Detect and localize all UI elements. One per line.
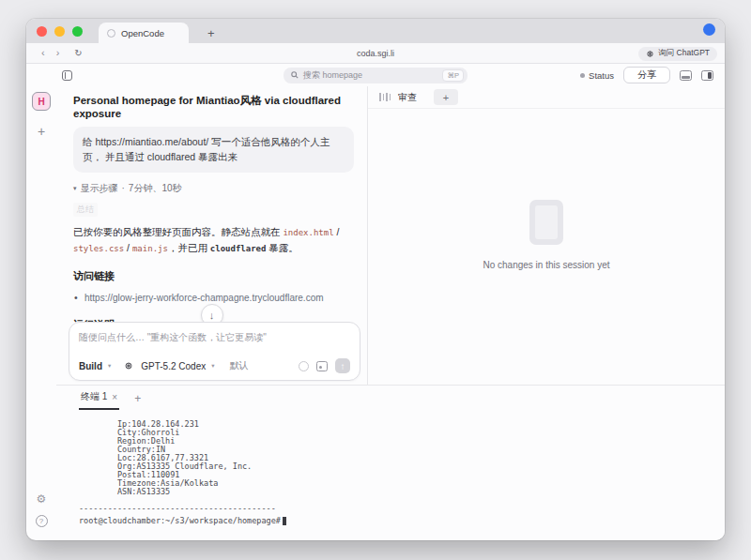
chat-panel: Personal homepage for Miantiao风格 via clo… bbox=[56, 86, 368, 385]
chat-scroll-area[interactable]: Personal homepage for Miantiao风格 via clo… bbox=[56, 86, 367, 323]
chevron-down-icon: ▾ bbox=[108, 362, 111, 370]
user-message: 给 https://miantiao.me/about/ 写一个适合他风格的个人… bbox=[73, 127, 354, 173]
steps-caret-icon: ▾ bbox=[73, 185, 77, 192]
summary-badge: 总结 bbox=[73, 203, 98, 217]
send-button[interactable]: ↑ bbox=[335, 358, 350, 373]
steps-label: 显示步骤 bbox=[81, 182, 118, 195]
tab-title: OpenCode bbox=[121, 28, 164, 38]
traffic-lights bbox=[26, 19, 92, 43]
attach-image-icon[interactable] bbox=[316, 361, 328, 371]
terminal-panel: 终端 1 × + Ip:104.28.164.231 City:Ghorroli… bbox=[56, 385, 725, 540]
url-text[interactable]: coda.sgi.li bbox=[26, 49, 725, 58]
toolbar-right-controls: Status 分享 bbox=[580, 67, 725, 83]
composer-placeholder[interactable]: 随便问点什么… "重构这个函数，让它更易读" bbox=[79, 331, 350, 344]
browser-tab-opencode[interactable]: OpenCode bbox=[99, 23, 189, 43]
status-indicator[interactable]: Status bbox=[580, 70, 614, 81]
ask-chatgpt-button[interactable]: 询问 ChatGPT bbox=[638, 47, 717, 61]
terminal-cursor bbox=[283, 517, 286, 525]
ask-chatgpt-label: 询问 ChatGPT bbox=[658, 48, 710, 59]
browser-window: OpenCode + ‹ › ↻ coda.sgi.li 询问 ChatGPT … bbox=[26, 19, 725, 540]
new-tab-button[interactable]: + bbox=[202, 23, 221, 43]
mode-dropdown[interactable]: Build bbox=[79, 361, 102, 371]
settings-gear-icon[interactable]: ⚙ bbox=[37, 492, 47, 506]
steps-duration: 7分钟、10秒 bbox=[129, 182, 182, 195]
terminal-tabbar: 终端 1 × + bbox=[79, 386, 725, 410]
inline-code: index.html bbox=[283, 228, 333, 237]
message-composer[interactable]: 随便问点什么… "重构这个函数，让它更易读" Build ▾ GPT-5.2 C… bbox=[69, 322, 360, 381]
empty-document-icon bbox=[529, 200, 563, 245]
terminal-tab-1[interactable]: 终端 1 × bbox=[79, 386, 119, 410]
show-steps-toggle[interactable]: ▾ 显示步骤 · 7分钟、10秒 bbox=[73, 182, 354, 195]
add-terminal-button[interactable]: + bbox=[134, 392, 141, 410]
inline-code: cloudflared bbox=[210, 244, 267, 253]
steps-separator: · bbox=[122, 183, 125, 193]
tab-favicon-icon bbox=[107, 29, 115, 38]
composer-icon-group: ↑ bbox=[299, 358, 350, 373]
composer-controls: Build ▾ GPT-5.2 Codex ▾ 默认 bbox=[79, 358, 350, 373]
inline-code: styles.css bbox=[73, 244, 124, 253]
review-empty-state: No changes in this session yet bbox=[368, 84, 725, 385]
answer-text: / bbox=[124, 242, 132, 253]
preset-label[interactable]: 默认 bbox=[229, 359, 248, 372]
tunnel-link[interactable]: https://glow-jerry-workforce-champagne.t… bbox=[84, 293, 324, 303]
reload-button[interactable]: ↻ bbox=[69, 48, 87, 58]
search-input[interactable]: 搜索 homepage ⌘P bbox=[284, 68, 467, 83]
answer-text: ，并已用 bbox=[168, 242, 210, 253]
back-button[interactable]: ‹ bbox=[36, 48, 51, 58]
workspace-badge[interactable]: H bbox=[32, 92, 51, 111]
answer-text: 暴露。 bbox=[266, 242, 298, 253]
minimize-window-button[interactable] bbox=[54, 26, 65, 37]
app-toolbar: 搜索 homepage ⌘P Status 分享 bbox=[26, 64, 725, 86]
status-dot-icon bbox=[580, 73, 585, 78]
sidebar-toggle-icon[interactable] bbox=[62, 70, 72, 81]
toggle-right-panel-icon[interactable] bbox=[701, 70, 713, 81]
browser-tabstrip: OpenCode + bbox=[26, 19, 725, 43]
browser-profile-avatar[interactable] bbox=[703, 23, 715, 36]
chevron-down-icon: ▾ bbox=[211, 362, 214, 370]
terminal-tab-label: 终端 1 bbox=[81, 390, 107, 403]
inline-code: main.js bbox=[132, 244, 168, 253]
add-workspace-button[interactable]: + bbox=[38, 124, 45, 139]
search-shortcut-badge: ⌘P bbox=[442, 69, 464, 82]
forward-button[interactable]: › bbox=[51, 48, 66, 58]
links-heading: 访问链接 bbox=[73, 269, 354, 283]
chatgpt-logo-icon bbox=[646, 50, 654, 58]
help-icon[interactable]: ? bbox=[36, 515, 48, 527]
toggle-bottom-panel-icon[interactable] bbox=[680, 70, 692, 81]
terminal-prompt: root@cloudchamber:~/s3/workspace/homepag… bbox=[79, 516, 281, 525]
close-icon[interactable]: × bbox=[112, 392, 117, 402]
terminal-output[interactable]: Ip:104.28.164.231 City:Ghorroli Region:D… bbox=[79, 420, 725, 513]
maximize-window-button[interactable] bbox=[72, 26, 83, 37]
review-panel: 审查 + No changes in this session yet bbox=[368, 86, 725, 385]
answer-text: 已按你要的风格整理好页面内容。静态站点就在 bbox=[73, 226, 283, 237]
terminal-prompt-line[interactable]: root@cloudchamber:~/s3/workspace/homepag… bbox=[79, 516, 725, 525]
voice-circle-icon[interactable] bbox=[299, 361, 309, 371]
answer-text: / bbox=[334, 226, 340, 237]
assistant-answer: 已按你要的风格整理好页面内容。静态站点就在 index.html / style… bbox=[73, 224, 354, 258]
session-title: Personal homepage for Miantiao风格 via clo… bbox=[73, 94, 354, 119]
arrow-up-icon: ↑ bbox=[341, 361, 345, 371]
empty-state-text: No changes in this session yet bbox=[483, 260, 609, 270]
model-dropdown[interactable]: GPT-5.2 Codex bbox=[141, 361, 206, 371]
search-placeholder: 搜索 homepage bbox=[303, 69, 362, 82]
workspace-rail: H + ⚙ ? bbox=[26, 86, 56, 540]
openai-logo-icon bbox=[124, 361, 133, 371]
close-window-button[interactable] bbox=[37, 26, 47, 37]
search-icon bbox=[291, 71, 299, 79]
arrow-down-icon: ↓ bbox=[209, 310, 215, 321]
status-label: Status bbox=[589, 70, 614, 81]
share-button[interactable]: 分享 bbox=[623, 67, 670, 83]
browser-url-bar: ‹ › ↻ coda.sgi.li 询问 ChatGPT bbox=[26, 43, 725, 64]
